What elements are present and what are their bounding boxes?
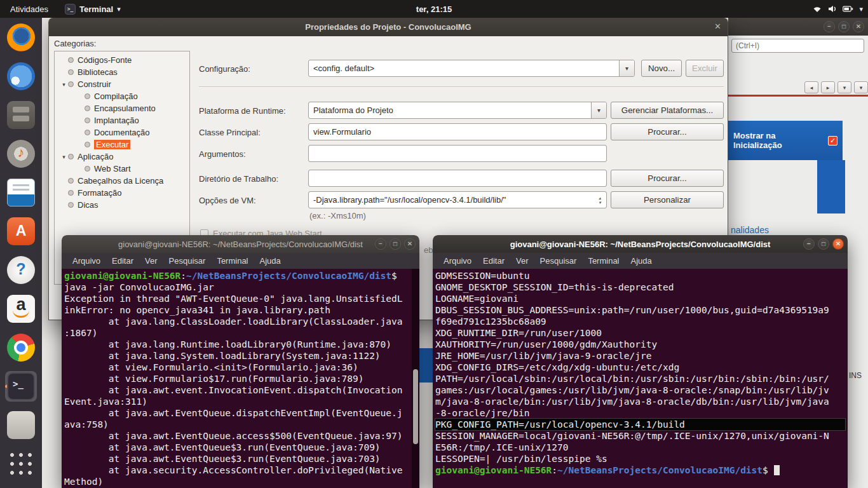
tree-item-label: Formatação [78,188,121,198]
menu-ver[interactable]: Ver [139,256,163,266]
menu-ajuda[interactable]: Ajuda [625,256,658,266]
category-node-icon [68,190,74,196]
dock-item-ubuntu-software[interactable] [5,216,37,247]
terminal-line: XAUTHORITY=/run/user/1000/gdm/Xauthority [435,339,845,350]
configuration-combobox[interactable]: <config. default> ▾ [308,60,635,77]
show-on-startup-checkbox[interactable]: ✓ [828,136,837,146]
delete-config-button[interactable]: Excluir [686,60,724,77]
browse-main-class-button[interactable]: Procurar... [611,123,724,140]
runtime-platform-value: Plataforma do Projeto [313,105,591,115]
minimize-icon[interactable]: − [375,238,386,250]
terminal-output[interactable]: giovani@giovani-NE56R:~/NetBeansProjects… [62,269,419,488]
manage-platforms-button[interactable]: Gerenciar Plataformas... [611,102,724,119]
maximize-icon[interactable]: □ [390,238,401,250]
working-directory-field[interactable] [308,170,607,187]
tree-item-documentacao[interactable]: Documentação [55,126,189,139]
terminal-output[interactable]: GDMSESSION=ubuntuGNOME_DESKTOP_SESSION_I… [433,269,848,488]
tree-item-cabecalhos-da-licenca[interactable]: Cabeçalhos da Licença [55,175,189,187]
terminal-titlebar[interactable]: giovani@giovani-NE56R: ~/NetBeansProject… [62,235,419,253]
system-status-area[interactable]: ▾ [812,5,863,13]
back-arrow-icon[interactable]: ◂ [804,81,818,93]
close-icon[interactable]: ✕ [404,238,416,250]
startpage-link-fragment[interactable]: nalidades [731,225,769,235]
close-icon[interactable]: ✕ [853,21,864,32]
tree-item-dicas[interactable]: Dicas [55,199,189,211]
dock-item-firefox[interactable] [5,22,37,53]
scrollbar-thumb[interactable] [413,369,418,444]
terminal-titlebar[interactable]: giovani@giovani-NE56R: ~/NetBeansProject… [433,235,848,253]
close-icon[interactable]: ✕ [714,22,721,31]
dock-item-help[interactable] [5,255,37,285]
tree-item-aplicacao[interactable]: ▾Aplicação [55,151,189,163]
dock-item-terminal[interactable] [5,371,37,402]
menu-pesquisar[interactable]: Pesquisar [163,256,212,266]
dock-item-amazon[interactable] [5,294,37,324]
maximize-icon[interactable]: □ [818,238,829,250]
minimize-icon[interactable]: − [824,21,835,32]
tree-item-label: Construir [78,79,111,89]
dock-item-show-applications[interactable] [5,449,37,479]
chevron-down-icon[interactable]: ▾ [591,102,606,118]
menu-pesquisar[interactable]: Pesquisar [534,256,583,266]
expander-icon[interactable]: ▾ [60,154,68,160]
menu-arquivo[interactable]: Arquivo [438,256,477,266]
maximize-icon[interactable]: □ [838,21,850,32]
activities-button[interactable]: Atividades [0,0,58,18]
terminal-line: XDG_RUNTIME_DIR=/run/user/1000 [435,327,845,339]
tree-item-compilacao[interactable]: Compilação [55,90,189,102]
dock [0,18,42,488]
dock-item-files[interactable] [5,100,37,130]
terminal-line: at view.Formulario.<init>(Formulario.jav… [64,362,417,373]
menu-terminal[interactable]: Terminal [211,256,254,266]
dialog-titlebar[interactable]: Propriedades do Projeto - ConvolucaoIMG … [49,18,728,36]
spinner-arrows-icon[interactable]: ▴▾ [595,192,605,208]
tree-item-codigos-fonte[interactable]: Códigos-Fonte [55,54,189,66]
terminal-title: giovani@giovani-NE56R: ~/NetBeansProject… [118,240,363,249]
customize-button[interactable]: Personalizar [611,191,724,208]
dock-item-chrome[interactable] [5,332,37,363]
menu-editar[interactable]: Editar [477,256,510,266]
tree-item-formatacao[interactable]: Formatação [55,187,189,199]
terminal-line: JRE_HOME=/usr/lib/jvm/java-9-oracle/jre [435,350,845,362]
chevron-down-icon[interactable]: ▾ [837,81,851,93]
vm-options-field[interactable]: -Djava.library.path="/usr/local/opencv-3… [308,191,607,208]
terminal-line: E56R:/tmp/.ICE-unix/1270 [435,442,845,453]
menu-arquivo[interactable]: Arquivo [67,256,106,266]
show-on-startup-panel: Mostrar na Inicialização ✓ [728,121,843,160]
app-menu[interactable]: >_ Terminal ▾ [58,0,127,18]
menu-editar[interactable]: Editar [106,256,139,266]
arguments-field[interactable] [308,145,607,162]
tree-item-executar[interactable]: Executar [55,139,189,151]
dock-item-app[interactable] [5,410,37,440]
main-class-field[interactable]: view.Formulario [308,123,607,140]
tree-item-web-start[interactable]: Web Start [55,163,189,175]
dock-item-libreoffice-writer[interactable] [5,177,37,208]
tree-item-implantacao[interactable]: Implantação [55,114,189,126]
tree-item-bibliotecas[interactable]: Bibliotecas [55,66,189,78]
browse-working-directory-button[interactable]: Procurar... [611,170,724,187]
dock-item-thunderbird[interactable] [5,61,37,92]
chevron-down-icon[interactable]: ▾ [619,60,634,76]
menu-ver[interactable]: Ver [510,256,534,266]
scrollbar[interactable] [412,269,419,488]
menu-terminal[interactable]: Terminal [582,256,625,266]
tree-item-encapsulamento[interactable]: Encapsulamento [55,102,189,114]
terminal-icon: >_ [65,4,76,15]
new-config-button[interactable]: Novo... [641,60,682,77]
app-icon [7,411,35,439]
dock-item-rhythmbox[interactable] [5,139,37,169]
expander-icon[interactable]: ▾ [60,81,68,88]
menu-ajuda[interactable]: Ajuda [254,256,287,266]
chevron-down-icon[interactable]: ▾ [854,81,868,93]
clock[interactable]: ter, 21:15 [416,4,452,14]
close-icon[interactable]: ✕ [832,238,844,250]
forward-arrow-icon[interactable]: ▸ [821,81,835,93]
tree-item-construir[interactable]: ▾Construir [55,78,189,90]
minimize-icon[interactable]: − [803,238,815,250]
terminal-line: at java.awt.EventQueue.access$500(EventQ… [64,430,417,442]
quick-search-input[interactable] [731,39,864,53]
category-node-icon [68,154,74,159]
category-node-icon [85,118,90,123]
terminal-line: :1867) [64,327,417,339]
runtime-platform-combobox[interactable]: Plataforma do Projeto ▾ [308,102,607,119]
